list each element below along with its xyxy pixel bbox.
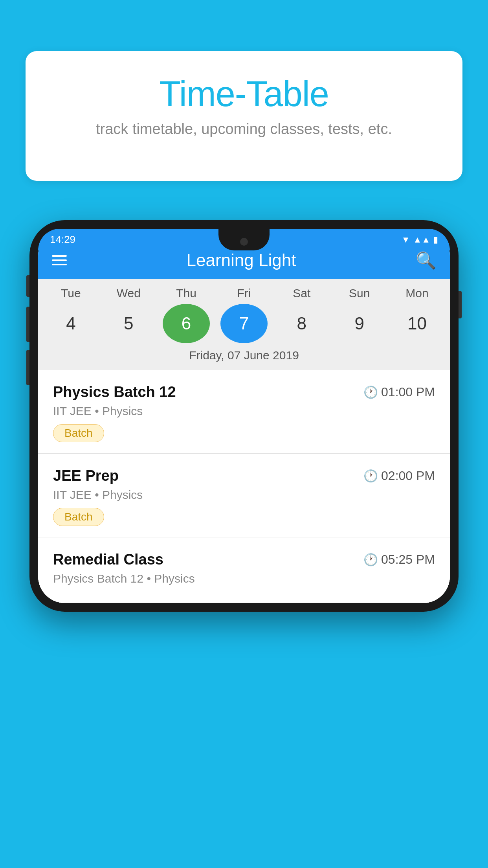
status-time: 14:29: [50, 234, 75, 246]
clock-icon-2: 🕐: [363, 469, 378, 483]
class-name-2: JEE Prep: [53, 467, 119, 484]
class-time-2: 🕐 02:00 PM: [363, 469, 435, 483]
volume-up-button: [26, 307, 29, 342]
day-fri: Fri: [220, 287, 268, 300]
hamburger-menu-button[interactable]: [52, 255, 67, 265]
date-4[interactable]: 4: [47, 304, 94, 343]
phone-outer: 14:29 ▼ ▲▲ ▮ Learning Light 🔍: [29, 220, 459, 612]
date-6-today[interactable]: 6: [163, 304, 210, 343]
day-thu: Thu: [163, 287, 210, 300]
class-item-2-header: JEE Prep 🕐 02:00 PM: [53, 467, 435, 484]
bubble-subtitle: track timetable, upcoming classes, tests…: [45, 121, 443, 138]
class-item-3[interactable]: Remedial Class 🕐 05:25 PM Physics Batch …: [38, 537, 450, 603]
class-list: Physics Batch 12 🕐 01:00 PM IIT JEE • Ph…: [38, 370, 450, 603]
class-name-1: Physics Batch 12: [53, 384, 176, 401]
class-meta-2: IIT JEE • Physics: [53, 488, 435, 502]
date-9[interactable]: 9: [336, 304, 383, 343]
bubble-title: Time-Table: [45, 75, 443, 114]
calendar-section: Tue Wed Thu Fri Sat Sun Mon 4 5 6 7 8 9 …: [38, 279, 450, 370]
phone-wrapper: 14:29 ▼ ▲▲ ▮ Learning Light 🔍: [29, 220, 459, 868]
class-item-3-header: Remedial Class 🕐 05:25 PM: [53, 551, 435, 568]
days-header: Tue Wed Thu Fri Sat Sun Mon: [42, 287, 446, 300]
date-5[interactable]: 5: [105, 304, 152, 343]
class-name-3: Remedial Class: [53, 551, 163, 568]
selected-date-label: Friday, 07 June 2019: [42, 349, 446, 367]
batch-badge-1: Batch: [53, 424, 104, 442]
power-button: [459, 291, 462, 318]
class-meta-3: Physics Batch 12 • Physics: [53, 572, 435, 585]
class-time-text-3: 05:25 PM: [381, 552, 435, 567]
hamburger-line-1: [52, 255, 67, 257]
speech-bubble-container: Time-Table track timetable, upcoming cla…: [26, 51, 462, 181]
dates-row: 4 5 6 7 8 9 10: [42, 304, 446, 343]
class-time-text-1: 01:00 PM: [381, 385, 435, 399]
status-icons: ▼ ▲▲ ▮: [402, 235, 438, 245]
app-title: Learning Light: [187, 250, 296, 270]
speech-bubble: Time-Table track timetable, upcoming cla…: [26, 51, 462, 181]
phone-screen: Learning Light 🔍 Tue Wed Thu Fri Sat Sun…: [38, 229, 450, 603]
day-wed: Wed: [105, 287, 152, 300]
notch: [218, 229, 270, 250]
date-7-selected[interactable]: 7: [220, 304, 268, 343]
day-mon: Mon: [393, 287, 440, 300]
class-time-3: 🕐 05:25 PM: [363, 552, 435, 567]
silent-button: [26, 275, 29, 297]
hamburger-line-2: [52, 259, 67, 261]
hamburger-line-3: [52, 264, 67, 265]
class-item-2[interactable]: JEE Prep 🕐 02:00 PM IIT JEE • Physics Ba…: [38, 454, 450, 537]
class-time-1: 🕐 01:00 PM: [363, 385, 435, 399]
clock-icon-1: 🕐: [363, 385, 378, 399]
front-camera: [240, 238, 248, 246]
batch-badge-2: Batch: [53, 508, 104, 526]
battery-icon: ▮: [433, 235, 438, 245]
class-item-1-header: Physics Batch 12 🕐 01:00 PM: [53, 384, 435, 401]
signal-icon: ▲▲: [413, 235, 430, 245]
day-sat: Sat: [278, 287, 325, 300]
date-10[interactable]: 10: [393, 304, 440, 343]
wifi-icon: ▼: [402, 235, 410, 245]
search-button[interactable]: 🔍: [416, 251, 436, 270]
date-8[interactable]: 8: [278, 304, 325, 343]
day-tue: Tue: [47, 287, 94, 300]
clock-icon-3: 🕐: [363, 553, 378, 566]
volume-down-button: [26, 350, 29, 385]
class-time-text-2: 02:00 PM: [381, 469, 435, 483]
class-item-1[interactable]: Physics Batch 12 🕐 01:00 PM IIT JEE • Ph…: [38, 370, 450, 454]
class-meta-1: IIT JEE • Physics: [53, 405, 435, 418]
day-sun: Sun: [336, 287, 383, 300]
